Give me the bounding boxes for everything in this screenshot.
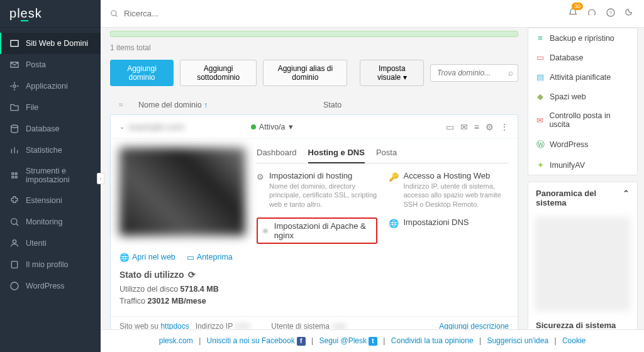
sidebar-item-users[interactable]: Utenti [0,233,101,254]
sidebar-item-profile[interactable]: Il mio profilo [0,254,101,275]
refresh-icon[interactable]: ⟳ [188,270,196,280]
svg-point-6 [11,282,18,290]
tool-icon: ▤ [536,72,545,82]
collapse-sidebar-button[interactable]: ‹ [97,173,104,184]
footer-plesk-link[interactable]: plesk.com [159,336,193,345]
sidebar-item-mail[interactable]: Posta [0,54,101,75]
sidebar-item-tools[interactable]: Strumenti e impostazioni [0,161,101,190]
sidebar-item-label: File [26,103,38,112]
notifications-badge: 30 [572,3,583,10]
domain-status[interactable]: Attivo/a ▾ [251,122,446,131]
sidebar-item-extensions[interactable]: Estensioni [0,190,101,211]
database-icon[interactable]: ≡ [474,122,479,132]
add-description-link[interactable]: Aggiungi descrizione [439,322,509,329]
add-subdomain-button[interactable]: Aggiungi sottodominio [180,60,257,86]
webroot-label: Sito web su httpdocs [119,322,189,329]
chevron-down-icon: ▾ [403,73,407,82]
notifications-icon[interactable]: 30 [568,8,578,19]
domain-name[interactable]: example.com [128,121,251,132]
tool-item[interactable]: ✉Controllo posta in uscita [528,106,637,134]
tool-item[interactable]: ◆Spazi web [528,87,637,106]
disk-usage: Utilizzo del disco 5718.4 MB [119,285,509,294]
sidebar-item-label: WordPress [26,282,65,290]
footer-cookie-link[interactable]: Cookie [562,336,586,345]
tool-item[interactable]: ≡Backup e ripristino [528,28,637,48]
add-domain-button[interactable]: Aggiungi dominio [110,60,174,86]
tool-label: ImunifyAV [550,161,585,170]
sidebar-item-monitoring[interactable]: Monitoring [0,211,101,233]
tab-dashboard[interactable]: Dashboard [257,148,297,163]
sysuser-label: Utente di sistema user [271,322,362,329]
col-domain-name[interactable]: Nome del dominio ↑ [138,101,311,109]
sidebar-item-label: Utenti [26,239,47,248]
files-icon[interactable]: ▭ [446,122,454,132]
table-header: ≈ Nome del dominio ↑ Stato [110,96,518,114]
svg-rect-5 [11,261,17,268]
more-icon[interactable]: ⋮ [500,122,509,132]
sidebar-item-label: Posta [26,60,46,69]
sort-handle-icon: ≈ [116,101,126,109]
tool-icon: ✦ [536,160,545,170]
sidebar-item-label: Il mio profilo [26,260,68,269]
items-total-label: 1 items total [110,43,518,52]
svg-rect-0 [11,40,18,46]
tool-item[interactable]: ▤Attività pianificate [528,67,637,87]
expand-toggle[interactable]: ⌄ [119,123,128,130]
footer-facebook-link[interactable]: Unisciti a noi su Facebookf [207,336,306,345]
sidebar-item-files[interactable]: File [0,97,101,118]
updates-icon[interactable] [587,8,597,19]
layout-button[interactable]: Imposta visuale ▾ [360,60,424,86]
tool-icon: ◆ [536,92,545,101]
sidebar-item-label: Statistiche [26,146,62,155]
col-status[interactable]: Stato [323,101,512,109]
chevron-down-icon: ▾ [289,122,293,131]
sidebar-item-stats[interactable]: Statistiche [0,140,101,161]
help-icon[interactable]: ? [606,8,616,19]
mail-icon[interactable]: ✉ [460,122,468,132]
dark-mode-icon[interactable] [625,8,635,19]
httpdocs-link[interactable]: httpdocs [160,322,189,329]
tool-label: Backup e ripristino [550,34,614,43]
sidebar-item-websites[interactable]: Siti Web e Domini [0,33,101,54]
tool-label: Controllo posta in uscita [549,111,630,129]
sidebar-item-label: Database [26,124,60,133]
tool-item[interactable]: ⓌWordPress [528,134,637,155]
sidebar-item-label: Monitoring [26,217,62,226]
setting-dns[interactable]: 🌐 Impostazioni DNS [389,217,509,244]
find-domain-input[interactable] [430,64,518,82]
globe-icon: 🌐 [119,253,130,262]
svg-point-4 [13,240,16,243]
setting-apache-nginx[interactable]: ⚛ Impostazioni di Apache & nginx [257,217,377,244]
tool-icon: Ⓦ [536,139,545,150]
sidebar-item-databases[interactable]: Database [0,118,101,140]
svg-text:?: ? [609,10,613,16]
add-alias-button[interactable]: Aggiungi alias di dominio [263,60,347,86]
global-search[interactable] [110,9,562,18]
tool-item[interactable]: ▭Database [528,48,637,67]
footer-idea-link[interactable]: Suggerisci un'idea [487,336,548,345]
setting-hosting[interactable]: ⚙ Impostazioni di hostingNome del domini… [257,171,377,209]
sidebar-item-wordpress[interactable]: WordPress [0,275,101,297]
svg-point-3 [11,219,17,224]
preview-icon: ▭ [187,253,194,262]
site-screenshot [119,148,245,236]
tool-item[interactable]: ✦ImunifyAV [528,155,637,175]
collapse-icon[interactable]: ⌃ [623,189,630,207]
tab-mail[interactable]: Posta [376,148,397,163]
tool-icon: ≡ [536,33,545,43]
topbar: 30 ? [101,0,644,28]
system-panel: Panoramica del sistema⌃ Sicurezza di sis… [528,182,638,329]
setting-web-access[interactable]: 🔑 Accesso a Hosting WebIndirizzo IP, ute… [389,171,509,209]
preview-link[interactable]: ▭Anteprima [187,253,233,262]
tab-hosting-dns[interactable]: Hosting e DNS [308,148,365,163]
sidebar-item-apps[interactable]: Applicazioni [0,75,101,97]
search-input[interactable] [124,9,230,18]
status-dot-icon [251,124,256,129]
footer-opinion-link[interactable]: Condividi la tua opinione [391,336,474,345]
open-in-web-link[interactable]: 🌐Apri nel web [119,253,175,262]
system-chart [535,217,631,311]
settings-icon[interactable]: ⚙ [486,122,494,132]
key-icon: 🔑 [389,172,399,209]
ip-label: Indirizzo IP XXX [196,322,265,329]
footer-twitter-link[interactable]: Segui @Pleskt [319,336,377,345]
